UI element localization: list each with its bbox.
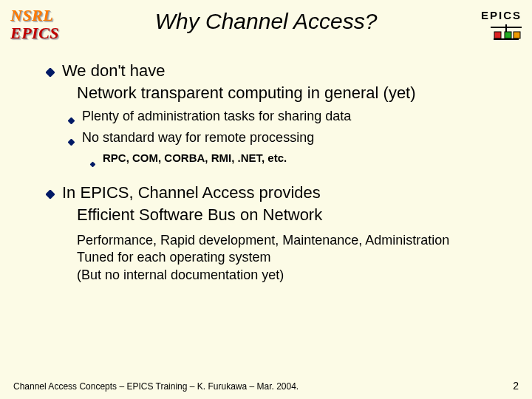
- bullet-text: We don't have: [62, 61, 166, 81]
- bullet-text: In EPICS, Channel Access provides: [62, 183, 321, 202]
- svg-rect-13: [46, 190, 55, 199]
- svg-rect-6: [494, 32, 501, 38]
- diamond-bullet-icon: [68, 135, 75, 149]
- diamond-bullet-icon: [46, 188, 55, 202]
- detail-line: Performance, Rapid development, Maintena…: [77, 232, 519, 249]
- detail-line: Tuned for each operating system: [77, 249, 519, 266]
- detail-line: (But no internal documentation yet): [77, 267, 519, 284]
- svg-rect-11: [68, 139, 75, 146]
- bullet-subtext: Efficient Software Bus on Network: [46, 205, 519, 225]
- diamond-bullet-icon: [90, 157, 95, 170]
- right-logo: EPICS: [471, 6, 522, 45]
- epics-right-label: EPICS: [471, 9, 522, 21]
- svg-rect-12: [90, 162, 95, 167]
- bullet-text: No standard way for remote processing: [82, 130, 314, 146]
- slide-footer: Channel Access Concepts – EPICS Training…: [13, 380, 519, 392]
- slide-title: Why Channel Access?: [61, 6, 471, 34]
- epics-left-logo: EPICS: [10, 24, 61, 43]
- bullet-subtext: Network transparent computing in general…: [46, 83, 519, 103]
- nsrl-logo: NSRL: [10, 6, 61, 25]
- bullet-text: Plenty of administration tasks for shari…: [82, 109, 351, 124]
- performance-block: Performance, Rapid development, Maintena…: [46, 232, 519, 284]
- svg-rect-10: [68, 117, 75, 124]
- svg-rect-7: [505, 32, 511, 38]
- slide-header: NSRL EPICS Why Channel Access? EPICS: [0, 0, 532, 45]
- footer-text: Channel Access Concepts – EPICS Training…: [13, 381, 299, 392]
- diamond-bullet-icon: [68, 114, 75, 127]
- svg-rect-9: [46, 68, 55, 77]
- bullet-lvl2: No standard way for remote processing: [68, 130, 519, 149]
- slide-content: We don't have Network transparent comput…: [0, 45, 532, 284]
- bullet-lvl1: We don't have: [46, 61, 519, 81]
- diamond-bullet-icon: [46, 66, 55, 80]
- epics-icon: [491, 24, 522, 45]
- bullet-text: RPC, COM, CORBA, RMI, .NET, etc.: [103, 151, 287, 164]
- left-logos: NSRL EPICS: [10, 6, 61, 43]
- page-number: 2: [513, 380, 519, 392]
- svg-rect-8: [514, 32, 520, 38]
- bullet-lvl1: In EPICS, Channel Access provides: [46, 183, 519, 202]
- bullet-lvl2: Plenty of administration tasks for shari…: [68, 109, 519, 127]
- bullet-lvl3: RPC, COM, CORBA, RMI, .NET, etc.: [90, 151, 519, 170]
